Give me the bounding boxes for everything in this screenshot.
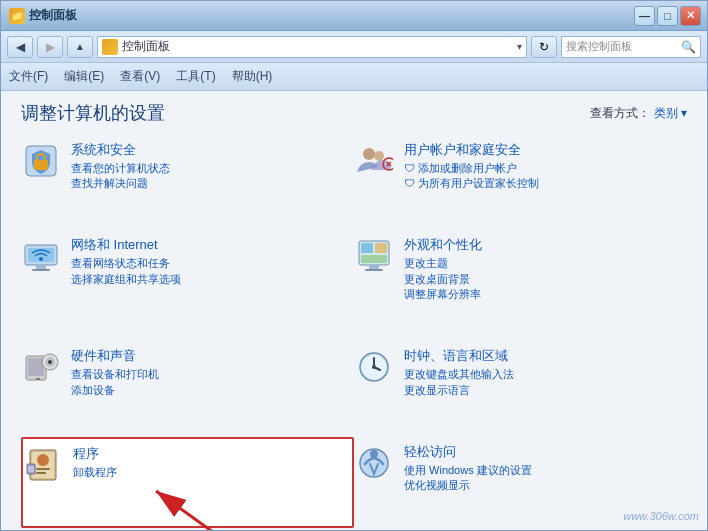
content-header: 调整计算机的设置 查看方式： 类别 ▾ (1, 91, 707, 133)
hardware-link2[interactable]: 添加设备 (71, 384, 115, 396)
svg-rect-19 (36, 378, 40, 380)
menu-view[interactable]: 查看(V) (120, 68, 160, 85)
programs-link1[interactable]: 卸载程序 (73, 466, 117, 478)
clock-link1[interactable]: 更改键盘或其他输入法 (404, 368, 514, 380)
network-sub: 查看网络状态和任务 选择家庭组和共享选项 (71, 256, 181, 287)
svg-point-27 (372, 365, 376, 369)
svg-point-22 (48, 360, 52, 364)
address-bar-row: ◀ ▶ ▲ 控制面板 ▾ ↻ 搜索控制面板 🔍 (1, 31, 707, 63)
svg-rect-16 (365, 269, 383, 271)
title-bar-left: 📁 控制面板 (9, 7, 77, 24)
address-text: 控制面板 (122, 38, 513, 55)
security-link1[interactable]: 查看您的计算机状态 (71, 162, 170, 174)
network-icon (21, 236, 61, 276)
security-icon (21, 141, 61, 181)
toolbar-row: 文件(F) 编辑(E) 查看(V) 工具(T) 帮助(H) (1, 63, 707, 91)
menu-edit[interactable]: 编辑(E) (64, 68, 104, 85)
svg-rect-31 (36, 468, 50, 470)
item-security: 系统和安全 查看您的计算机状态 查找并解决问题 (21, 133, 354, 228)
control-panel-grid: 系统和安全 查看您的计算机状态 查找并解决问题 (1, 133, 707, 530)
user-text: 用户帐户和家庭安全 🛡 添加或删除用户帐户 🛡 为所有用户设置家长控制 (404, 141, 539, 192)
svg-point-10 (39, 257, 43, 261)
appearance-link3[interactable]: 调整屏幕分辨率 (404, 288, 481, 300)
svg-rect-13 (375, 243, 387, 253)
svg-rect-9 (32, 269, 50, 271)
address-dropdown-arrow: ▾ (517, 41, 522, 52)
user-title[interactable]: 用户帐户和家庭安全 (404, 141, 539, 159)
hardware-text: 硬件和声音 查看设备和打印机 添加设备 (71, 347, 159, 398)
clock-sub: 更改键盘或其他输入法 更改显示语言 (404, 367, 514, 398)
user-sub: 🛡 添加或删除用户帐户 🛡 为所有用户设置家长控制 (404, 161, 539, 192)
access-link1[interactable]: 使用 Windows 建议的设置 (404, 464, 532, 476)
svg-point-3 (363, 148, 375, 160)
appearance-sub: 更改主题 更改桌面背景 调整屏幕分辨率 (404, 256, 482, 302)
programs-sub: 卸载程序 (73, 465, 117, 480)
item-user: 用户帐户和家庭安全 🛡 添加或删除用户帐户 🛡 为所有用户设置家长控制 (354, 133, 687, 228)
access-text: 轻松访问 使用 Windows 建议的设置 优化视频显示 (404, 443, 532, 494)
item-appearance: 外观和个性化 更改主题 更改桌面背景 调整屏幕分辨率 (354, 228, 687, 339)
svg-rect-8 (36, 265, 46, 269)
clock-text: 时钟、语言和区域 更改键盘或其他输入法 更改显示语言 (404, 347, 514, 398)
access-title[interactable]: 轻松访问 (404, 443, 532, 461)
appearance-title[interactable]: 外观和个性化 (404, 236, 482, 254)
menu-file[interactable]: 文件(F) (9, 68, 48, 85)
security-title[interactable]: 系统和安全 (71, 141, 170, 159)
network-link2[interactable]: 选择家庭组和共享选项 (71, 273, 181, 285)
network-title[interactable]: 网络和 Internet (71, 236, 181, 254)
view-mode-selector[interactable]: 查看方式： 类别 ▾ (590, 105, 687, 122)
hardware-title[interactable]: 硬件和声音 (71, 347, 159, 365)
svg-rect-32 (36, 472, 46, 474)
title-bar: 📁 控制面板 — □ ✕ (1, 1, 707, 31)
close-button[interactable]: ✕ (680, 6, 701, 26)
refresh-button[interactable]: ↻ (531, 36, 557, 58)
maximize-button[interactable]: □ (657, 6, 678, 26)
clock-link2[interactable]: 更改显示语言 (404, 384, 470, 396)
security-sub: 查看您的计算机状态 查找并解决问题 (71, 161, 170, 192)
network-link1[interactable]: 查看网络状态和任务 (71, 257, 170, 269)
watermark: www.306w.com (623, 510, 699, 522)
window-icon: 📁 (9, 8, 25, 24)
view-mode-value[interactable]: 类别 ▾ (654, 106, 687, 120)
page-title: 调整计算机的设置 (21, 101, 165, 125)
security-link2[interactable]: 查找并解决问题 (71, 177, 148, 189)
search-box[interactable]: 搜索控制面板 🔍 (561, 36, 701, 58)
access-link2[interactable]: 优化视频显示 (404, 479, 470, 491)
user-icon (354, 141, 394, 181)
menu-help[interactable]: 帮助(H) (232, 68, 273, 85)
user-link2[interactable]: 🛡 为所有用户设置家长控制 (404, 177, 539, 189)
search-icon[interactable]: 🔍 (681, 40, 696, 54)
up-button[interactable]: ▲ (67, 36, 93, 58)
address-icon (102, 39, 118, 55)
item-programs: 程序 卸载程序 (21, 437, 354, 528)
title-bar-buttons: — □ ✕ (634, 6, 701, 26)
item-network: 网络和 Internet 查看网络状态和任务 选择家庭组和共享选项 (21, 228, 354, 339)
appearance-icon (354, 236, 394, 276)
back-button[interactable]: ◀ (7, 36, 33, 58)
search-placeholder: 搜索控制面板 (566, 39, 681, 54)
programs-title[interactable]: 程序 (73, 445, 117, 463)
appearance-link1[interactable]: 更改主题 (404, 257, 448, 269)
svg-point-4 (374, 151, 384, 161)
access-icon (354, 443, 394, 483)
user-link1[interactable]: 🛡 添加或删除用户帐户 (404, 162, 517, 174)
svg-rect-15 (369, 265, 379, 269)
appearance-link2[interactable]: 更改桌面背景 (404, 273, 470, 285)
content-wrap: 调整计算机的设置 查看方式： 类别 ▾ (1, 91, 707, 530)
clock-title[interactable]: 时钟、语言和区域 (404, 347, 514, 365)
menu-tools[interactable]: 工具(T) (176, 68, 215, 85)
view-mode-label: 查看方式： (590, 106, 650, 120)
hardware-sub: 查看设备和打印机 添加设备 (71, 367, 159, 398)
item-hardware: 硬件和声音 查看设备和打印机 添加设备 (21, 339, 354, 434)
access-sub: 使用 Windows 建议的设置 优化视频显示 (404, 463, 532, 494)
address-input[interactable]: 控制面板 ▾ (97, 36, 527, 58)
minimize-button[interactable]: — (634, 6, 655, 26)
main-content: 调整计算机的设置 查看方式： 类别 ▾ (1, 91, 707, 530)
hardware-link1[interactable]: 查看设备和打印机 (71, 368, 159, 380)
svg-rect-34 (28, 466, 34, 472)
svg-rect-14 (361, 255, 387, 263)
forward-button[interactable]: ▶ (37, 36, 63, 58)
security-text: 系统和安全 查看您的计算机状态 查找并解决问题 (71, 141, 170, 192)
hardware-icon (21, 347, 61, 387)
window-title: 控制面板 (29, 7, 77, 24)
programs-icon (23, 445, 63, 485)
